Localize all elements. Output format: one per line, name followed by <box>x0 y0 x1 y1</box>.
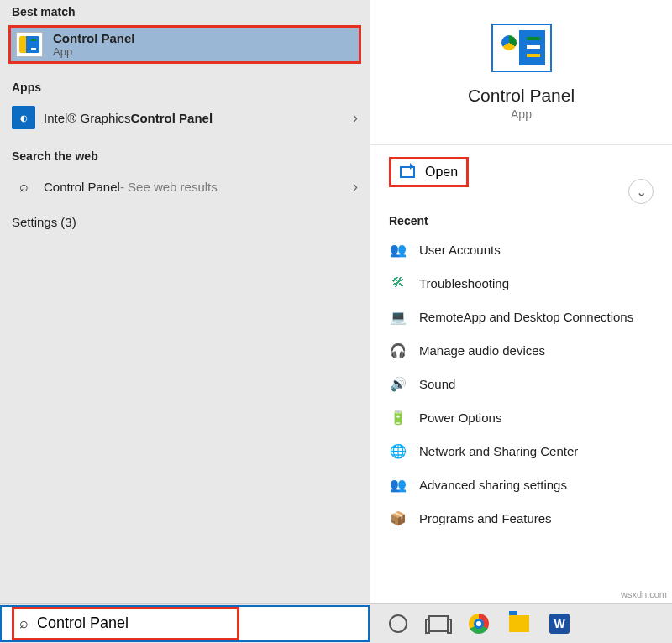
control-panel-icon <box>491 24 552 72</box>
file-explorer-button[interactable] <box>507 612 531 635</box>
recent-item-label: Power Options <box>419 410 501 425</box>
recent-item-label: Manage audio devices <box>419 343 545 358</box>
power-options-icon: 🔋 <box>389 408 407 426</box>
chevron-right-icon[interactable]: › <box>353 178 358 196</box>
chrome-button[interactable] <box>467 612 491 635</box>
search-input[interactable] <box>37 614 232 632</box>
apps-header: Apps <box>0 76 370 97</box>
recent-item-troubleshooting[interactable]: 🛠 Troubleshooting <box>370 266 672 300</box>
taskbar-search[interactable]: ⌕ <box>0 605 370 642</box>
recent-item-label: RemoteApp and Desktop Connections <box>419 310 633 324</box>
recent-item-power-options[interactable]: 🔋 Power Options <box>370 400 672 434</box>
open-icon <box>400 166 415 178</box>
recent-item-label: Troubleshooting <box>419 276 509 290</box>
results-pane: Best match Control Panel App Apps ◐ Inte… <box>0 0 370 603</box>
best-match-subtitle: App <box>53 45 135 58</box>
recent-item-advanced-sharing[interactable]: 👥 Advanced sharing settings <box>370 468 672 501</box>
recent-item-remoteapp[interactable]: 💻 RemoteApp and Desktop Connections <box>370 300 672 333</box>
open-action-row: Open ⌄ <box>370 145 672 199</box>
file-explorer-icon <box>509 615 529 632</box>
open-label: Open <box>425 165 458 180</box>
audio-devices-icon: 🎧 <box>389 341 407 359</box>
preview-title: Control Panel <box>468 86 575 106</box>
expand-button[interactable]: ⌄ <box>628 179 654 204</box>
search-icon: ⌕ <box>19 614 29 632</box>
advanced-sharing-icon: 👥 <box>389 475 407 494</box>
cortana-button[interactable] <box>386 612 410 635</box>
search-web-header: Search the web <box>0 144 370 166</box>
web-item-main: Control Panel <box>44 180 120 194</box>
recent-item-sound[interactable]: 🔊 Sound <box>370 367 672 400</box>
chrome-icon <box>469 614 489 634</box>
open-button[interactable]: Open <box>389 157 469 187</box>
web-item-suffix: - See web results <box>120 180 218 194</box>
watermark: wsxdn.com <box>621 589 667 599</box>
taskbar: ⌕ W <box>0 603 672 643</box>
recent-item-manage-audio[interactable]: 🎧 Manage audio devices <box>370 333 672 367</box>
taskbar-icons: W <box>370 612 571 635</box>
task-view-icon <box>428 615 449 632</box>
intel-graphics-icon: ◐ <box>12 106 35 129</box>
preview-pane: Control Panel App Open ⌄ Recent 👥 User A… <box>370 0 672 603</box>
recent-header: Recent <box>370 199 672 233</box>
sound-icon: 🔊 <box>389 374 407 393</box>
recent-item-label: Network and Sharing Center <box>419 444 578 458</box>
best-match-header: Best match <box>0 0 370 22</box>
troubleshooting-icon: 🛠 <box>389 274 407 292</box>
recent-item-label: User Accounts <box>419 243 501 257</box>
recent-item-label: Advanced sharing settings <box>419 478 567 492</box>
apps-item-bold: Control Panel <box>131 111 213 125</box>
recent-item-label: Programs and Features <box>419 511 552 525</box>
search-icon: ⌕ <box>12 175 35 198</box>
preview-summary: Control Panel App <box>370 0 672 145</box>
best-match-item[interactable]: Control Panel App <box>8 25 361 64</box>
cortana-icon <box>389 614 407 633</box>
apps-item-prefix: Intel® Graphics <box>44 111 131 125</box>
recent-item-user-accounts[interactable]: 👥 User Accounts <box>370 233 672 266</box>
control-panel-icon <box>16 32 43 57</box>
apps-item-intel-graphics[interactable]: ◐ Intel® Graphics Control Panel › <box>0 97 370 138</box>
best-match-text: Control Panel App <box>53 31 135 58</box>
task-view-button[interactable] <box>427 612 450 635</box>
best-match-title: Control Panel <box>53 31 135 45</box>
web-results-item[interactable]: ⌕ Control Panel - See web results › <box>0 166 370 206</box>
recent-item-label: Sound <box>419 377 455 391</box>
chevron-right-icon[interactable]: › <box>353 109 358 127</box>
settings-group[interactable]: Settings (3) <box>0 206 370 238</box>
word-icon: W <box>549 614 570 634</box>
user-accounts-icon: 👥 <box>389 240 407 259</box>
remoteapp-icon: 💻 <box>389 307 407 326</box>
network-icon: 🌐 <box>389 442 407 460</box>
programs-icon: 📦 <box>389 509 407 527</box>
preview-subtitle: App <box>511 107 532 121</box>
chevron-down-icon: ⌄ <box>636 184 647 200</box>
word-button[interactable]: W <box>548 612 571 635</box>
recent-item-programs-features[interactable]: 📦 Programs and Features <box>370 501 672 535</box>
recent-item-network-sharing[interactable]: 🌐 Network and Sharing Center <box>370 434 672 468</box>
